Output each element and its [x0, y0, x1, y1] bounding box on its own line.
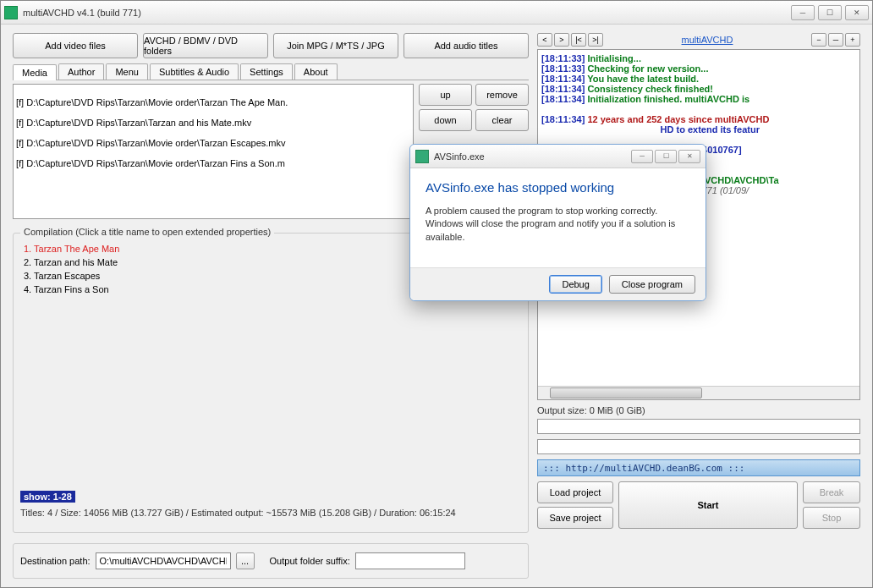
tab-about[interactable]: About — [294, 63, 338, 80]
close-program-button[interactable]: Close program — [609, 275, 695, 294]
url-bar[interactable]: ::: http://multiAVCHD.deanBG.com ::: — [537, 459, 860, 476]
status-bar — [537, 439, 860, 454]
window-controls: ─ ☐ ✕ — [788, 5, 869, 20]
tab-settings[interactable]: Settings — [240, 63, 293, 80]
top-button-row: Add video files AVCHD / BDMV / DVD folde… — [13, 33, 529, 58]
dialog-heading: AVSinfo.exe has stopped working — [426, 180, 690, 195]
stop-button[interactable]: Stop — [803, 507, 860, 529]
dialog-titlebar[interactable]: AVSinfo.exe ─ ☐ ✕ — [410, 145, 706, 168]
control-buttons: Break Stop — [803, 481, 860, 529]
log-line: HD to extend its featur — [541, 124, 856, 135]
tab-menu[interactable]: Menu — [106, 63, 148, 80]
tabs: Media Author Menu Subtitles & Audio Sett… — [13, 63, 529, 80]
left-column: Add video files AVCHD / BDMV / DVD folde… — [13, 33, 529, 579]
load-project-button[interactable]: Load project — [537, 481, 613, 503]
minimize-button[interactable]: ─ — [791, 5, 815, 20]
dialog-title: AVSinfo.exe — [434, 151, 631, 162]
log-line: [18:11:34] Consistency check finished! — [541, 84, 856, 94]
titlebar[interactable]: multiAVCHD v4.1 (build 771) ─ ☐ ✕ — [1, 1, 872, 25]
clear-button[interactable]: clear — [475, 109, 529, 131]
project-buttons: Load project Save project — [537, 481, 613, 529]
log-line-btn[interactable]: ─ — [828, 33, 843, 47]
close-button[interactable]: ✕ — [845, 5, 869, 20]
dialog-window-controls: ─ ☐ ✕ — [631, 150, 700, 163]
join-mpg-button[interactable]: Join MPG / M*TS / JPG — [273, 33, 398, 58]
break-button[interactable]: Break — [803, 481, 860, 503]
compilation-legend: Compilation (Click a title name to open … — [20, 227, 274, 237]
log-title-link[interactable]: multiAVCHD — [648, 35, 767, 45]
dialog-body: AVSinfo.exe has stopped working A proble… — [410, 168, 706, 267]
log-line — [541, 104, 856, 114]
content-area: Add video files AVCHD / BDMV / DVD folde… — [1, 25, 872, 587]
dialog-close-button[interactable]: ✕ — [678, 150, 700, 163]
bottom-button-row: Load project Save project Start Break St… — [537, 481, 860, 529]
file-list-row[interactable]: [f] D:\Capture\DVD Rips\Tarzan\Movie ord… — [16, 97, 410, 107]
right-column: < > |< >| multiAVCHD − ─ + [18:11:33] In… — [537, 33, 860, 579]
output-suffix-input[interactable] — [355, 552, 465, 569]
log-nav-first[interactable]: |< — [571, 33, 586, 47]
file-list-row[interactable]: [f] D:\Capture\DVD Rips\Tarzan\Movie ord… — [16, 138, 410, 148]
dialog-app-icon — [415, 150, 429, 163]
log-zoom-out[interactable]: − — [811, 33, 826, 47]
log-nav-right: − ─ + — [811, 33, 860, 47]
file-list[interactable]: [f] D:\Capture\DVD Rips\Tarzan\Movie ord… — [13, 84, 414, 219]
save-project-button[interactable]: Save project — [537, 507, 613, 529]
tab-author[interactable]: Author — [58, 63, 104, 80]
scrollbar-thumb[interactable] — [550, 387, 702, 398]
app-icon — [4, 6, 18, 19]
dialog-maximize-button[interactable]: ☐ — [655, 150, 677, 163]
file-list-row[interactable]: [f] D:\Capture\DVD Rips\Tarzan\Tarzan an… — [16, 118, 410, 128]
add-folders-button[interactable]: AVCHD / BDMV / DVD folders — [143, 33, 268, 58]
log-line: [18:11:34] 12 years and 252 days since m… — [541, 114, 856, 124]
destination-label: Destination path: — [20, 556, 91, 566]
show-range-badge: show: 1-28 — [20, 491, 75, 503]
log-nav-left: < > |< >| — [537, 33, 603, 47]
log-horizontal-scrollbar[interactable] — [538, 386, 859, 399]
log-zoom-in[interactable]: + — [845, 33, 860, 47]
log-nav-fwd[interactable]: > — [554, 33, 569, 47]
destination-input[interactable] — [96, 552, 231, 569]
tab-media[interactable]: Media — [13, 64, 57, 80]
error-dialog: AVSinfo.exe ─ ☐ ✕ AVSinfo.exe has stoppe… — [409, 144, 706, 301]
output-size-label: Output size: 0 MiB (0 GiB) — [537, 405, 860, 415]
log-line: [18:11:34] Initialization finished. mult… — [541, 94, 856, 104]
browse-destination-button[interactable]: ... — [236, 552, 255, 569]
dialog-minimize-button[interactable]: ─ — [631, 150, 653, 163]
add-audio-titles-button[interactable]: Add audio titles — [404, 33, 529, 58]
log-line: [18:11:33] Initialising... — [541, 53, 856, 63]
log-line: [18:11:33] Checking for new version... — [541, 63, 856, 74]
log-nav-back[interactable]: < — [537, 33, 552, 47]
remove-button[interactable]: remove — [475, 84, 529, 106]
compilation-stats: Titles: 4 / Size: 14056 MiB (13.727 GiB)… — [20, 508, 521, 518]
window-title: multiAVCHD v4.1 (build 771) — [23, 8, 788, 18]
progress-bar — [537, 419, 860, 434]
dialog-button-row: Debug Close program — [410, 267, 706, 300]
up-button[interactable]: up — [419, 84, 472, 106]
log-line: [18:11:34] You have the latest build. — [541, 74, 856, 84]
dialog-message: A problem caused the program to stop wor… — [426, 205, 690, 244]
maximize-button[interactable]: ☐ — [818, 5, 842, 20]
start-button[interactable]: Start — [618, 481, 798, 529]
debug-button[interactable]: Debug — [549, 275, 601, 294]
log-nav-last[interactable]: >| — [588, 33, 603, 47]
output-suffix-label: Output folder suffix: — [270, 556, 350, 566]
file-list-row[interactable]: [f] D:\Capture\DVD Rips\Tarzan\Movie ord… — [16, 158, 410, 168]
tab-subtitles[interactable]: Subtitles & Audio — [150, 63, 239, 80]
down-button[interactable]: down — [419, 109, 472, 131]
destination-row: Destination path: ... Output folder suff… — [13, 543, 529, 579]
log-header: < > |< >| multiAVCHD − ─ + — [537, 33, 860, 47]
add-video-files-button[interactable]: Add video files — [13, 33, 138, 58]
